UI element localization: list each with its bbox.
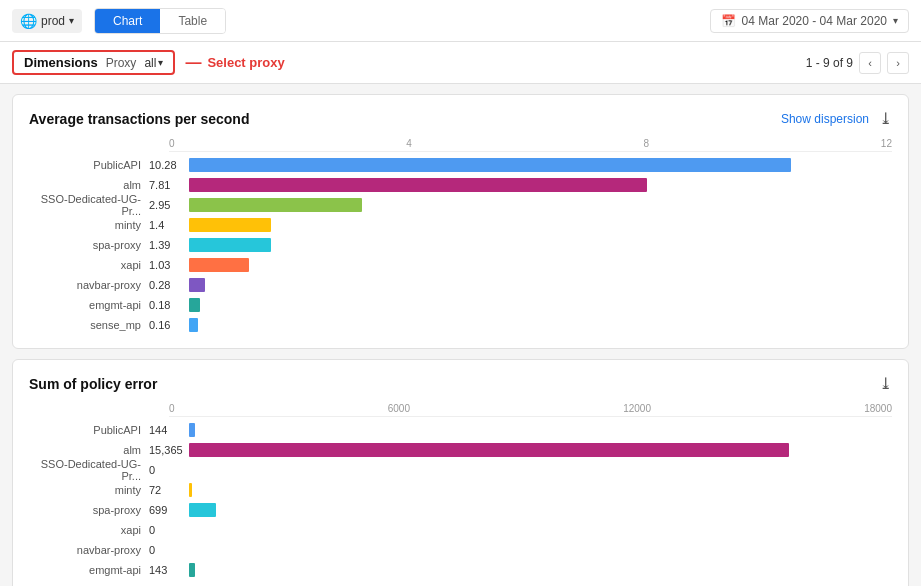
table-row: spa-proxy1.39 bbox=[29, 236, 892, 254]
row-value: 0 bbox=[149, 544, 189, 556]
row-value: 0 bbox=[149, 524, 189, 536]
calendar-icon: 📅 bbox=[721, 14, 736, 28]
table-row: navbar-proxy0.28 bbox=[29, 276, 892, 294]
row-label: alm bbox=[29, 179, 149, 191]
bar-container bbox=[189, 238, 892, 252]
table-row: alm7.81 bbox=[29, 176, 892, 194]
select-proxy-hint: Select proxy bbox=[185, 54, 284, 72]
prev-page-button[interactable]: ‹ bbox=[859, 52, 881, 74]
all-chevron-icon: ▾ bbox=[158, 57, 163, 68]
env-chevron-icon: ▾ bbox=[69, 15, 74, 26]
bar-container bbox=[189, 463, 892, 477]
row-label: SSO-Dedicated-UG-Pr... bbox=[29, 193, 149, 217]
row-value: 0.18 bbox=[149, 299, 189, 311]
chart2-bars: 0 6000 12000 18000 PublicAPI144alm15,365… bbox=[29, 403, 892, 586]
row-value: 1.4 bbox=[149, 219, 189, 231]
bar bbox=[189, 158, 791, 172]
bar-container bbox=[189, 523, 892, 537]
download-chart2-button[interactable]: ⤓ bbox=[879, 374, 892, 393]
date-range-selector[interactable]: 📅 04 Mar 2020 - 04 Mar 2020 ▾ bbox=[710, 9, 909, 33]
bar-container bbox=[189, 298, 892, 312]
row-label: PublicAPI bbox=[29, 424, 149, 436]
row-value: 2.95 bbox=[149, 199, 189, 211]
dimensions-label: Dimensions bbox=[24, 55, 98, 70]
row-label: spa-proxy bbox=[29, 504, 149, 516]
row-label: navbar-proxy bbox=[29, 544, 149, 556]
row-value: 1.03 bbox=[149, 259, 189, 271]
date-range-label: 04 Mar 2020 - 04 Mar 2020 bbox=[742, 14, 887, 28]
top-bar: 🌐 prod ▾ Chart Table 📅 04 Mar 2020 - 04 … bbox=[0, 0, 921, 42]
table-row: spa-proxy699 bbox=[29, 501, 892, 519]
row-value: 1.39 bbox=[149, 239, 189, 251]
charts-area: Average transactions per second Show dis… bbox=[0, 84, 921, 586]
bar bbox=[189, 278, 205, 292]
pagination-label: 1 - 9 of 9 bbox=[806, 56, 853, 70]
chart1-axis: 0 4 8 12 bbox=[169, 138, 892, 152]
chart-avg-tps: Average transactions per second Show dis… bbox=[12, 94, 909, 349]
row-label: SSO-Dedicated-UG-Pr... bbox=[29, 458, 149, 482]
table-row: xapi1.03 bbox=[29, 256, 892, 274]
proxy-filter-label: Proxy bbox=[106, 56, 137, 70]
table-row: emgmt-api0.18 bbox=[29, 296, 892, 314]
row-value: 0 bbox=[149, 464, 189, 476]
row-value: 0.16 bbox=[149, 319, 189, 331]
bar-container bbox=[189, 318, 892, 332]
view-tab-group: Chart Table bbox=[94, 8, 226, 34]
row-value: 10.28 bbox=[149, 159, 189, 171]
bar-container bbox=[189, 423, 892, 437]
bar-container bbox=[189, 483, 892, 497]
next-page-button[interactable]: › bbox=[887, 52, 909, 74]
show-dispersion-button[interactable]: Show dispersion bbox=[781, 112, 869, 126]
filter-bar: Dimensions Proxy all ▾ Select proxy 1 - … bbox=[0, 42, 921, 84]
tab-chart[interactable]: Chart bbox=[95, 9, 160, 33]
bar-container bbox=[189, 443, 892, 457]
bar bbox=[189, 298, 200, 312]
bar bbox=[189, 483, 192, 497]
bar bbox=[189, 443, 789, 457]
bar-container bbox=[189, 563, 892, 577]
table-row: emgmt-api143 bbox=[29, 561, 892, 579]
row-label: xapi bbox=[29, 259, 149, 271]
row-label: minty bbox=[29, 219, 149, 231]
chart2-axis: 0 6000 12000 18000 bbox=[169, 403, 892, 417]
bar-container bbox=[189, 543, 892, 557]
row-label: PublicAPI bbox=[29, 159, 149, 171]
table-row: sense_mp0 bbox=[29, 581, 892, 586]
row-label: alm bbox=[29, 444, 149, 456]
row-label: xapi bbox=[29, 524, 149, 536]
table-row: minty1.4 bbox=[29, 216, 892, 234]
pagination: 1 - 9 of 9 ‹ › bbox=[806, 52, 909, 74]
chart-policy-error: Sum of policy error ⤓ 0 6000 12000 18000… bbox=[12, 359, 909, 586]
env-selector[interactable]: 🌐 prod ▾ bbox=[12, 9, 82, 33]
bar bbox=[189, 503, 216, 517]
bar bbox=[189, 198, 362, 212]
bar-container bbox=[189, 503, 892, 517]
chart2-title: Sum of policy error bbox=[29, 376, 157, 392]
table-row: xapi0 bbox=[29, 521, 892, 539]
table-row: navbar-proxy0 bbox=[29, 541, 892, 559]
row-value: 143 bbox=[149, 564, 189, 576]
chart1-actions: Show dispersion ⤓ bbox=[781, 109, 892, 128]
all-select-dropdown[interactable]: all ▾ bbox=[144, 56, 163, 70]
bar-container bbox=[189, 258, 892, 272]
date-chevron-icon: ▾ bbox=[893, 15, 898, 26]
chart1-row-list: PublicAPI10.28alm7.81SSO-Dedicated-UG-Pr… bbox=[29, 156, 892, 334]
row-label: navbar-proxy bbox=[29, 279, 149, 291]
download-chart1-button[interactable]: ⤓ bbox=[879, 109, 892, 128]
globe-icon: 🌐 bbox=[20, 13, 37, 29]
bar bbox=[189, 238, 271, 252]
bar-container bbox=[189, 218, 892, 232]
row-value: 15,365 bbox=[149, 444, 189, 456]
bar-container bbox=[189, 198, 892, 212]
row-label: emgmt-api bbox=[29, 299, 149, 311]
tab-table[interactable]: Table bbox=[160, 9, 225, 33]
bar-container bbox=[189, 158, 892, 172]
env-label: prod bbox=[41, 14, 65, 28]
row-value: 0.28 bbox=[149, 279, 189, 291]
table-row: PublicAPI144 bbox=[29, 421, 892, 439]
chart2-row-list: PublicAPI144alm15,365SSO-Dedicated-UG-Pr… bbox=[29, 421, 892, 586]
table-row: PublicAPI10.28 bbox=[29, 156, 892, 174]
table-row: SSO-Dedicated-UG-Pr...2.95 bbox=[29, 196, 892, 214]
row-label: minty bbox=[29, 484, 149, 496]
table-row: alm15,365 bbox=[29, 441, 892, 459]
